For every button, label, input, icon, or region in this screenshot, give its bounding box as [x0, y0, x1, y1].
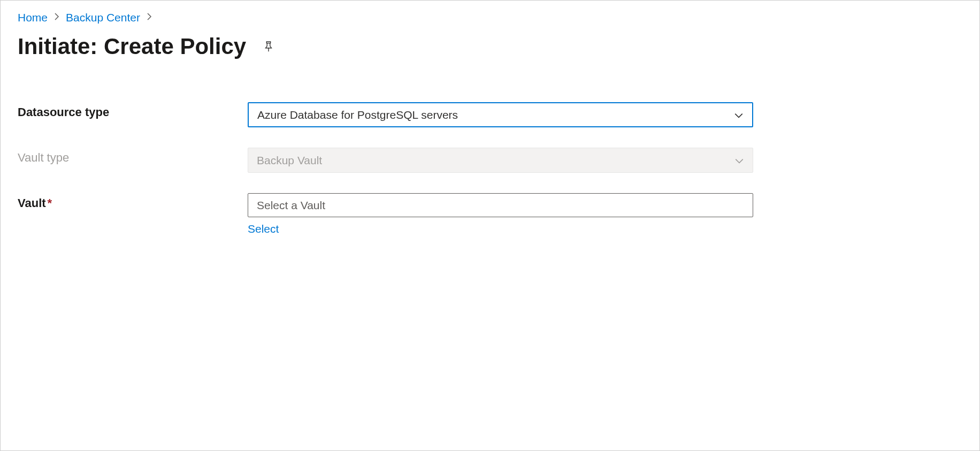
breadcrumb-backup-center[interactable]: Backup Center: [66, 11, 140, 24]
dropdown-vault-type-value: Backup Vault: [257, 154, 322, 167]
breadcrumb: Home Backup Center: [18, 11, 962, 24]
chevron-down-icon: [734, 156, 744, 165]
page-title: Initiate: Create Policy: [18, 34, 246, 59]
svg-rect-0: [266, 42, 270, 43]
row-datasource-type: Datasource type Azure Database for Postg…: [18, 102, 962, 127]
form-section: Datasource type Azure Database for Postg…: [18, 102, 962, 235]
chevron-down-icon: [734, 110, 744, 120]
breadcrumb-home[interactable]: Home: [18, 11, 48, 24]
chevron-right-icon: [54, 13, 59, 22]
dropdown-datasource-type[interactable]: Azure Database for PostgreSQL servers: [248, 102, 753, 127]
row-vault: Vault* Select: [18, 193, 962, 235]
required-indicator: *: [48, 196, 52, 210]
label-datasource-type: Datasource type: [18, 102, 248, 119]
select-vault-link[interactable]: Select: [248, 223, 279, 235]
dropdown-datasource-type-value: Azure Database for PostgreSQL servers: [257, 109, 458, 121]
row-vault-type: Vault type Backup Vault: [18, 148, 962, 173]
page-header: Initiate: Create Policy: [18, 34, 962, 59]
input-vault[interactable]: [248, 193, 753, 217]
pin-icon[interactable]: [262, 40, 275, 53]
dropdown-vault-type: Backup Vault: [248, 148, 753, 173]
label-vault-type: Vault type: [18, 148, 248, 165]
label-vault: Vault*: [18, 193, 248, 210]
chevron-right-icon: [147, 13, 152, 22]
